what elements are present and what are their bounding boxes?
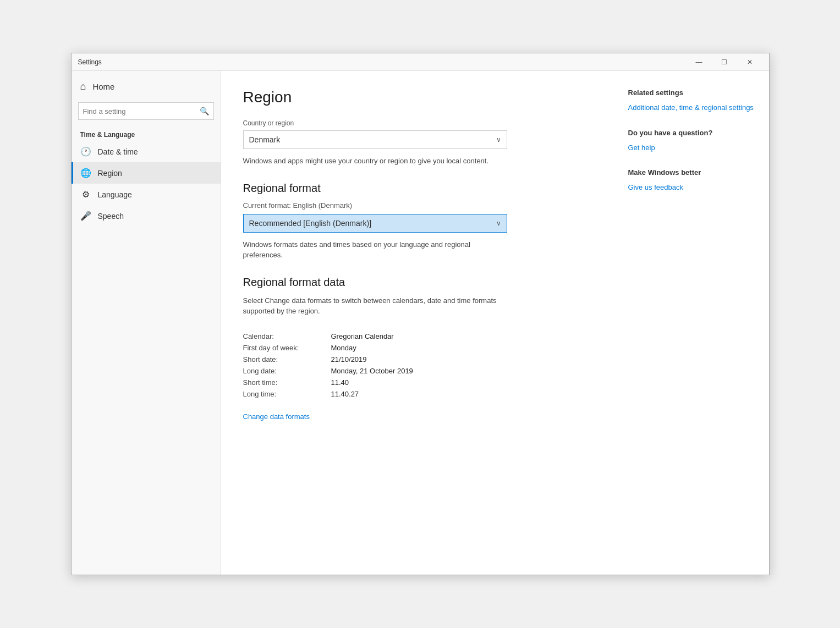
country-section-label: Country or region	[243, 119, 593, 127]
current-format-label: Current format: English (Denmark)	[243, 201, 593, 210]
question-section: Do you have a question? Get help	[628, 129, 756, 153]
sidebar-item-speech[interactable]: 🎤 Speech	[72, 205, 221, 227]
data-value: 11.40	[331, 378, 349, 387]
regional-format-dropdown[interactable]: Recommended [English (Denmark)] ∨	[243, 214, 507, 233]
sidebar-section-label: Time & Language	[72, 124, 221, 141]
related-settings-section: Related settings Additional date, time &…	[628, 89, 756, 113]
home-label: Home	[92, 82, 114, 91]
region-icon: 🌐	[80, 168, 91, 178]
search-icon: 🔍	[200, 107, 209, 115]
date-time-label: Date & time	[98, 147, 138, 156]
regional-format-data-description: Select Change data formats to switch bet…	[243, 295, 507, 317]
home-icon: ⌂	[80, 81, 86, 92]
search-box[interactable]: 🔍	[78, 102, 214, 120]
settings-window: Settings — ☐ ✕ ⌂ Home 🔍 Time & Language …	[71, 53, 770, 575]
speech-icon: 🎤	[80, 211, 91, 221]
sidebar: ⌂ Home 🔍 Time & Language 🕐 Date & time 🌐…	[72, 71, 221, 575]
data-key: First day of week:	[243, 344, 331, 352]
country-dropdown-arrow: ∨	[496, 136, 501, 144]
data-value: Monday, 21 October 2019	[331, 367, 413, 375]
data-key: Long time:	[243, 390, 331, 398]
make-better-heading: Make Windows better	[628, 168, 756, 177]
regional-format-value: Recommended [English (Denmark)]	[249, 219, 372, 228]
data-key: Short date:	[243, 355, 331, 363]
speech-label: Speech	[98, 212, 124, 221]
table-row: Short date:21/10/2019	[243, 355, 593, 363]
table-row: First day of week:Monday	[243, 344, 593, 352]
content-area: ⌂ Home 🔍 Time & Language 🕐 Date & time 🌐…	[72, 71, 769, 575]
data-key: Calendar:	[243, 332, 331, 340]
sidebar-item-language[interactable]: ⚙ Language	[72, 184, 221, 205]
get-help-link[interactable]: Get help	[628, 142, 756, 153]
table-row: Calendar:Gregorian Calendar	[243, 332, 593, 340]
search-input[interactable]	[83, 107, 200, 115]
country-dropdown[interactable]: Denmark ∨	[243, 130, 507, 149]
table-row: Long time:11.40.27	[243, 390, 593, 398]
data-value: 21/10/2019	[331, 355, 367, 363]
additional-date-time-link[interactable]: Additional date, time & regional setting…	[628, 102, 756, 113]
make-better-section: Make Windows better Give us feedback	[628, 168, 756, 193]
sidebar-item-region[interactable]: 🌐 Region	[72, 162, 221, 184]
data-value: Monday	[331, 344, 356, 352]
country-description: Windows and apps might use your country …	[243, 156, 507, 167]
country-dropdown-value: Denmark	[249, 135, 281, 144]
give-feedback-link[interactable]: Give us feedback	[628, 182, 756, 193]
page-title: Region	[243, 89, 593, 106]
data-key: Long date:	[243, 367, 331, 375]
date-time-icon: 🕐	[80, 146, 91, 157]
window-controls: — ☐ ✕	[687, 53, 762, 71]
main-content: Region Country or region Denmark ∨ Windo…	[221, 71, 615, 575]
change-data-formats-link[interactable]: Change data formats	[243, 412, 310, 421]
language-icon: ⚙	[80, 189, 91, 200]
window-title: Settings	[78, 58, 102, 66]
maximize-button[interactable]: ☐	[712, 53, 737, 71]
regional-format-description: Windows formats dates and times based on…	[243, 239, 507, 261]
data-value: Gregorian Calendar	[331, 332, 394, 340]
related-settings-heading: Related settings	[628, 89, 756, 97]
minimize-button[interactable]: —	[687, 53, 712, 71]
title-bar: Settings — ☐ ✕	[72, 53, 769, 71]
regional-format-heading: Regional format	[243, 182, 593, 195]
regional-format-arrow: ∨	[496, 219, 501, 227]
close-button[interactable]: ✕	[737, 53, 762, 71]
data-key: Short time:	[243, 378, 331, 387]
format-data-grid: Calendar:Gregorian CalendarFirst day of …	[243, 332, 593, 398]
question-heading: Do you have a question?	[628, 129, 756, 137]
language-label: Language	[98, 190, 132, 199]
data-value: 11.40.27	[331, 390, 359, 398]
table-row: Short time:11.40	[243, 378, 593, 387]
region-label: Region	[98, 169, 122, 178]
sidebar-item-date-time[interactable]: 🕐 Date & time	[72, 141, 221, 162]
table-row: Long date:Monday, 21 October 2019	[243, 367, 593, 375]
sidebar-home-button[interactable]: ⌂ Home	[72, 75, 221, 98]
right-panel: Related settings Additional date, time &…	[615, 71, 769, 575]
regional-format-data-heading: Regional format data	[243, 276, 593, 289]
